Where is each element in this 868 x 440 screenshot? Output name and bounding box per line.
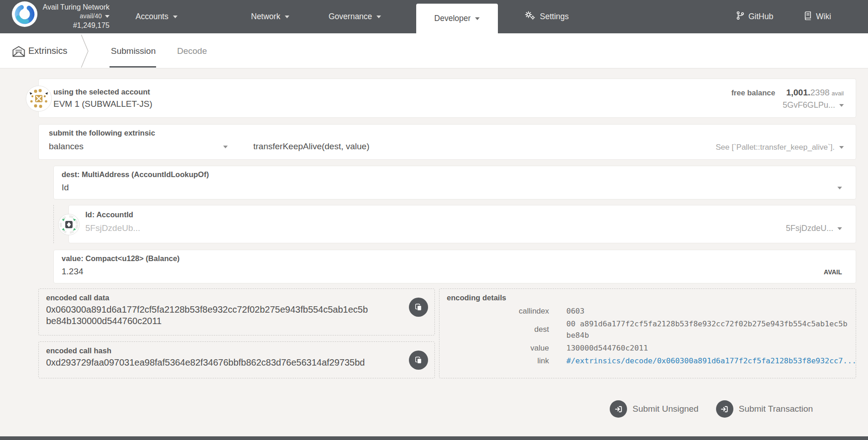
- chevron-down-icon[interactable]: [837, 187, 842, 189]
- sign-in-icon: [716, 400, 733, 418]
- param-id-address-dropdown[interactable]: 5FsjDzdeU...: [786, 224, 842, 233]
- account-identicon[interactable]: [26, 85, 52, 114]
- balance-unit: avail: [831, 90, 844, 97]
- tab-decode[interactable]: Decode: [177, 33, 207, 68]
- tab-decode-label: Decode: [177, 46, 207, 56]
- decode-link[interactable]: #/extrinsics/decode/0x060300a891d6a177f2…: [566, 356, 857, 365]
- encoding-key: dest: [447, 325, 549, 334]
- chevron-down-icon: [376, 16, 381, 18]
- encoded-call-hash-label: encoded call hash: [46, 346, 427, 355]
- encoding-key: link: [447, 356, 549, 366]
- breadcrumb-separator: [81, 34, 89, 70]
- block-number: #1,249,175: [73, 21, 110, 30]
- encoding-row-callindex: callindex 0603: [447, 305, 848, 317]
- account-address-short: 5GvF6GLPu...: [783, 100, 835, 110]
- menu-developer-label: Developer: [434, 14, 471, 23]
- selected-account-name: EVM 1 (SUBWALLET-JS): [53, 99, 152, 109]
- encoding-value: 130000d544760c2011: [566, 342, 648, 354]
- encoded-call-hash-value: 0xd293729faa097031ea98faf5364e82f34676bb…: [46, 357, 427, 368]
- copy-call-hash-button[interactable]: [409, 351, 428, 370]
- encoding-row-link: link #/extrinsics/decode/0x060300a891d6a…: [447, 355, 848, 367]
- tab-submission-label: Submission: [111, 46, 156, 56]
- param-value-card: value: Compact<u128> (Balance) 1.234 AVA…: [53, 250, 856, 283]
- copy-call-data-button[interactable]: [409, 298, 428, 317]
- encoding-value: 00 a891d6a177f2cf5fa2128b53f8e932cc72f02…: [566, 318, 847, 341]
- window-bottom-edge: [0, 436, 868, 440]
- param-id-address-short: 5FsjDzdeU...: [786, 224, 833, 233]
- pallet-dropdown[interactable]: balances: [49, 141, 84, 152]
- menu-developer[interactable]: Developer: [416, 4, 498, 33]
- submit-actions: Submit Unsigned Submit Transaction: [610, 400, 813, 418]
- encoded-call-data-label: encoded call data: [46, 293, 427, 302]
- param-dest-card[interactable]: dest: MultiAddress (AccountIdLookupOf) I…: [53, 166, 856, 199]
- method-doc-dropdown[interactable]: See [`Pallet::transfer_keep_alive`].: [716, 143, 844, 152]
- free-balance-value: 1,001.2398 avail: [786, 88, 844, 98]
- avail-logo-icon[interactable]: [12, 1, 37, 29]
- network-info-block[interactable]: Avail Turing Network avail/40 #1,249,175: [43, 3, 110, 30]
- menu-network-label: Network: [251, 12, 280, 21]
- chevron-down-icon: [839, 104, 844, 107]
- chevron-down-icon[interactable]: [223, 146, 228, 148]
- extrinsic-select-card: submit the following extrinsic balances …: [38, 124, 856, 160]
- address-identicon: [58, 214, 80, 237]
- param-id-label: Id: AccountId: [85, 210, 133, 219]
- param-dest-label: dest: MultiAddress (AccountIdLookupOf): [62, 170, 209, 179]
- wiki-link[interactable]: Wiki: [804, 0, 831, 33]
- menu-accounts-label: Accounts: [136, 12, 168, 21]
- param-value-input[interactable]: 1.234: [62, 267, 84, 277]
- chevron-down-icon: [285, 16, 289, 18]
- encoded-call-data-value: 0x060300a891d6a177f2cf5fa2128b53f8e932cc…: [46, 304, 427, 327]
- param-dest-value: Id: [62, 183, 69, 193]
- extrinsics-icon: [12, 46, 26, 59]
- param-id-card[interactable]: Id: AccountId 5FsjDzdeUb... 5FsjDzdeU...: [68, 205, 856, 243]
- menu-governance[interactable]: Governance: [329, 0, 381, 33]
- menu-network[interactable]: Network: [251, 0, 289, 33]
- submit-transaction-button[interactable]: Submit Transaction: [716, 400, 813, 418]
- chevron-down-icon: [173, 16, 178, 18]
- account-select-card[interactable]: using the selected account EVM 1 (SUBWAL…: [38, 79, 856, 118]
- sign-in-icon: [610, 400, 627, 418]
- encoded-call-hash-box: encoded call hash 0xd293729faa097031ea98…: [38, 341, 435, 378]
- wiki-label: Wiki: [816, 12, 831, 21]
- method-doc-text: See [`Pallet::transfer_keep_alive`].: [716, 143, 835, 152]
- section-header: Extrinsics Submission Decode: [0, 33, 868, 68]
- menu-settings[interactable]: Settings: [524, 0, 569, 33]
- submit-unsigned-label: Submit Unsigned: [633, 404, 699, 414]
- network-name: Avail Turing Network: [43, 3, 110, 11]
- encoding-row-dest: dest 00 a891d6a177f2cf5fa2128b53f8e932cc…: [447, 318, 848, 341]
- encoding-details-box: encoding details callindex 0603 dest 00 …: [439, 288, 856, 378]
- param-nesting-guide: [53, 205, 54, 243]
- encoding-key: callindex: [447, 307, 549, 316]
- free-balance-label: free balance: [731, 89, 775, 97]
- chevron-down-icon: [475, 17, 480, 20]
- submit-unsigned-button[interactable]: Submit Unsigned: [610, 400, 699, 418]
- account-address-dropdown[interactable]: 5GvF6GLPu...: [783, 100, 844, 110]
- param-value-unit: AVAIL: [824, 268, 842, 276]
- book-icon: [804, 11, 812, 22]
- top-navigation-bar: Avail Turing Network avail/40 #1,249,175…: [0, 0, 868, 33]
- account-select-label: using the selected account: [53, 88, 152, 96]
- tab-submission[interactable]: Submission: [111, 33, 156, 68]
- submit-transaction-label: Submit Transaction: [739, 404, 813, 414]
- code-branch-icon: [736, 11, 744, 22]
- main-content: using the selected account EVM 1 (SUBWAL…: [0, 68, 868, 436]
- menu-governance-label: Governance: [329, 12, 372, 21]
- encoded-call-data-box: encoded call data 0x060300a891d6a177f2cf…: [38, 288, 435, 335]
- chevron-down-icon: [839, 146, 844, 149]
- param-id-input[interactable]: 5FsjDzdeUb...: [85, 223, 140, 233]
- active-tab-underline: [110, 66, 156, 68]
- chain-spec: avail/40: [80, 12, 102, 20]
- chevron-down-icon: [105, 15, 110, 18]
- page-title: Extrinsics: [28, 33, 68, 68]
- gears-icon: [524, 11, 535, 22]
- menu-settings-label: Settings: [540, 12, 569, 21]
- encoding-key: value: [447, 344, 549, 353]
- param-value-label: value: Compact<u128> (Balance): [62, 254, 180, 263]
- github-label: GitHub: [748, 12, 773, 21]
- github-link[interactable]: GitHub: [736, 0, 773, 33]
- encoding-value: 0603: [566, 305, 585, 317]
- chevron-down-icon: [837, 227, 842, 230]
- extrinsic-select-label: submit the following extrinsic: [49, 129, 155, 137]
- method-dropdown[interactable]: transferKeepAlive(dest, value): [253, 141, 370, 152]
- menu-accounts[interactable]: Accounts: [136, 0, 178, 33]
